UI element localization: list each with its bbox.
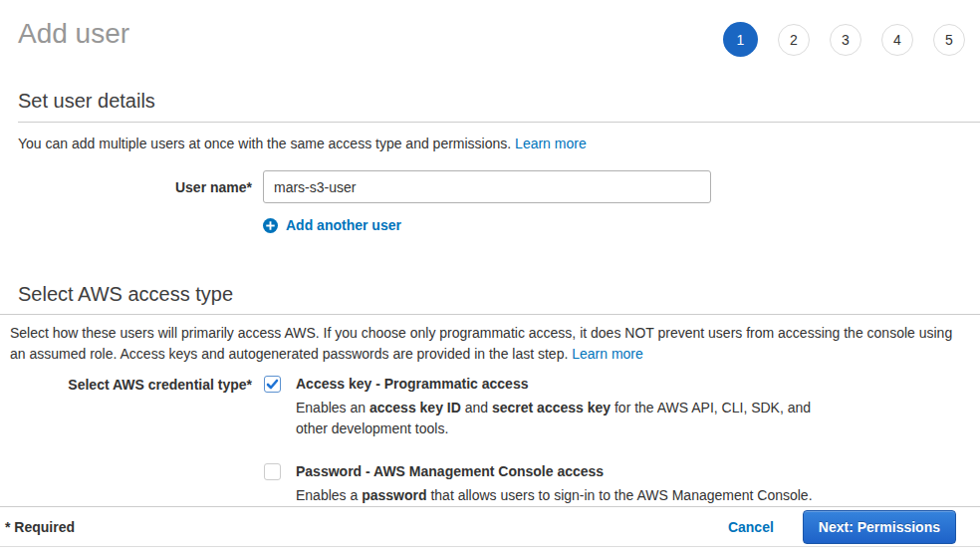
learn-more-link-user-details[interactable]: Learn more	[515, 136, 587, 151]
section-heading-set-user-details: Set user details	[18, 90, 980, 123]
learn-more-link-access-type[interactable]: Learn more	[572, 346, 643, 362]
password-option-title: Password - AWS Management Console access	[296, 463, 813, 480]
access-type-description: Select how these users will primarily ac…	[10, 323, 980, 365]
access-key-option: Access key - Programmatic access Enables…	[264, 376, 813, 439]
user-name-row: User name*	[0, 170, 980, 203]
password-option-description: Enables a password that allows users to …	[296, 485, 813, 506]
password-checkbox[interactable]	[264, 463, 281, 480]
wizard-step-indicator: 1 2 3 4 5	[723, 22, 965, 57]
next-permissions-button[interactable]: Next: Permissions	[803, 510, 956, 544]
access-key-option-body: Access key - Programmatic access Enables…	[296, 376, 811, 439]
user-name-input[interactable]	[263, 170, 711, 203]
step-4-indicator: 4	[881, 24, 913, 56]
credential-options: Access key - Programmatic access Enables…	[264, 376, 813, 506]
user-name-label: User name*	[0, 179, 252, 195]
credential-type-row: Select AWS credential type* Access key -…	[0, 376, 980, 506]
step-3-indicator: 3	[830, 24, 861, 56]
access-type-description-line1: Select how these users will primarily ac…	[10, 323, 980, 344]
checkmark-icon	[266, 378, 279, 391]
cancel-button[interactable]: Cancel	[728, 519, 774, 535]
password-option-body: Password - AWS Management Console access…	[296, 463, 813, 506]
step-5-indicator: 5	[933, 24, 965, 56]
step-1-indicator: 1	[723, 22, 758, 57]
required-note: * Required	[5, 519, 75, 535]
add-another-user-label: Add another user	[286, 217, 401, 233]
access-type-description-line2: an assumed role. Access keys and autogen…	[10, 344, 980, 365]
add-circle-icon	[263, 218, 278, 233]
section-divider	[0, 314, 980, 315]
user-details-description-text: You can add multiple users at once with …	[18, 136, 515, 151]
section-heading-select-access-type: Select AWS access type	[18, 283, 980, 314]
access-key-checkbox[interactable]	[264, 376, 281, 393]
wizard-footer: * Required Cancel Next: Permissions	[0, 506, 980, 547]
user-details-description: You can add multiple users at once with …	[18, 134, 962, 153]
add-another-user-button[interactable]: Add another user	[263, 217, 401, 233]
access-key-option-title: Access key - Programmatic access	[296, 376, 811, 393]
access-key-option-description: Enables an access key ID and secret acce…	[296, 398, 811, 439]
credential-type-label: Select AWS credential type*	[0, 376, 252, 506]
password-option: Password - AWS Management Console access…	[264, 463, 813, 506]
step-2-indicator: 2	[778, 24, 810, 56]
